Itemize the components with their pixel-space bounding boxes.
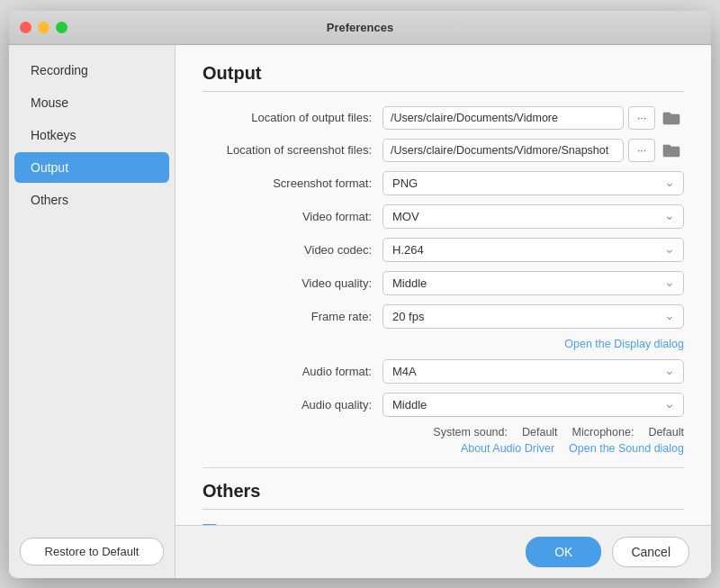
screenshot-format-row: Screenshot format: PNG JPG BMP — [202, 171, 684, 195]
screenshot-location-ellipsis-button[interactable]: ··· — [628, 139, 655, 162]
display-dialog-link[interactable]: Open the Display dialog — [202, 338, 684, 350]
audio-format-wrapper: M4A MP3 AAC — [382, 359, 684, 384]
titlebar: Preferences — [9, 11, 711, 45]
video-format-row: Video format: MOV MP4 AVI — [202, 204, 684, 229]
screenshot-format-select[interactable]: PNG JPG BMP — [382, 171, 684, 195]
cancel-button[interactable]: Cancel — [612, 537, 689, 567]
video-format-select[interactable]: MOV MP4 AVI — [382, 204, 684, 229]
video-quality-row: Video quality: Middle High Low — [202, 271, 684, 295]
main-content: Output Location of output files: ··· — [176, 45, 711, 525]
sidebar-item-others[interactable]: Others — [14, 185, 169, 215]
sidebar-footer: Restore to Default — [9, 525, 175, 578]
sidebar-item-output[interactable]: Output — [14, 152, 169, 183]
audio-quality-wrapper: Middle High Low — [382, 393, 684, 417]
frame-rate-row: Frame rate: 20 fps 24 fps 30 fps 60 fps — [202, 304, 684, 329]
microphone-value: Default — [648, 426, 684, 439]
system-sound-value: Default — [522, 426, 558, 439]
audio-links-row: About Audio Driver Open the Sound dialog — [202, 442, 684, 455]
output-location-input-group: ··· — [382, 106, 684, 130]
frame-rate-wrapper: 20 fps 24 fps 30 fps 60 fps — [382, 304, 684, 329]
about-audio-driver-link[interactable]: About Audio Driver — [461, 442, 554, 455]
video-codec-wrapper: H.264 H.265 MPEG-4 — [382, 238, 684, 262]
video-quality-select[interactable]: Middle High Low — [382, 271, 684, 295]
system-sound-label: System sound: — [433, 426, 508, 439]
video-codec-row: Video codec: H.264 H.265 MPEG-4 — [202, 238, 684, 262]
audio-info-row: System sound: Default Microphone: Defaul… — [202, 426, 684, 439]
microphone-label: Microphone: — [572, 426, 634, 439]
preferences-window: Preferences Recording Mouse Hotkeys Outp… — [9, 11, 711, 578]
others-section-title: Others — [202, 481, 684, 510]
output-location-folder-button[interactable] — [659, 106, 684, 130]
screenshot-location-input-group: ··· — [382, 139, 684, 162]
audio-quality-row: Audio quality: Middle High Low — [202, 393, 684, 417]
minimize-button[interactable] — [38, 22, 50, 33]
section-divider — [202, 467, 684, 468]
ok-button[interactable]: OK — [526, 537, 601, 567]
video-format-label: Video format: — [202, 210, 382, 223]
screenshot-format-wrapper: PNG JPG BMP — [382, 171, 684, 195]
output-section-title: Output — [202, 63, 684, 92]
maximize-button[interactable] — [56, 22, 68, 33]
video-format-wrapper: MOV MP4 AVI — [382, 204, 684, 229]
main-panel: Output Location of output files: ··· — [176, 45, 711, 578]
video-codec-select[interactable]: H.264 H.265 MPEG-4 — [382, 238, 684, 262]
close-button[interactable] — [20, 22, 32, 33]
sidebar-item-mouse[interactable]: Mouse — [14, 87, 169, 118]
output-location-input[interactable] — [382, 106, 624, 130]
output-location-ellipsis-button[interactable]: ··· — [628, 106, 655, 130]
video-quality-label: Video quality: — [202, 276, 382, 290]
sound-dialog-link[interactable]: Open the Sound dialog — [569, 442, 684, 455]
titlebar-controls — [20, 22, 68, 33]
video-codec-label: Video codec: — [202, 243, 382, 257]
audio-format-row: Audio format: M4A MP3 AAC — [202, 359, 684, 384]
video-quality-wrapper: Middle High Low — [382, 271, 684, 295]
sidebar-item-recording[interactable]: Recording — [14, 55, 169, 86]
screenshot-location-row: Location of screenshot files: ··· — [202, 139, 684, 162]
restore-default-button[interactable]: Restore to Default — [20, 538, 164, 565]
screenshot-location-folder-button[interactable] — [659, 139, 684, 162]
frame-rate-label: Frame rate: — [202, 310, 382, 323]
frame-rate-select[interactable]: 20 fps 24 fps 30 fps 60 fps — [382, 304, 684, 329]
audio-quality-select[interactable]: Middle High Low — [382, 393, 684, 417]
screenshot-format-label: Screenshot format: — [202, 176, 382, 190]
main-footer: OK Cancel — [176, 525, 711, 578]
audio-quality-label: Audio quality: — [202, 398, 382, 412]
output-location-label: Location of output files: — [202, 111, 382, 124]
content-area: Recording Mouse Hotkeys Output Others Re… — [9, 45, 711, 578]
window-title: Preferences — [327, 21, 393, 34]
screenshot-location-label: Location of screenshot files: — [202, 143, 382, 157]
screenshot-location-input[interactable] — [382, 139, 624, 162]
sidebar-item-hotkeys[interactable]: Hotkeys — [14, 120, 169, 150]
sidebar: Recording Mouse Hotkeys Output Others Re… — [9, 45, 176, 578]
output-location-row: Location of output files: ··· — [202, 106, 684, 130]
audio-format-select[interactable]: M4A MP3 AAC — [382, 359, 684, 384]
audio-format-label: Audio format: — [202, 365, 382, 378]
